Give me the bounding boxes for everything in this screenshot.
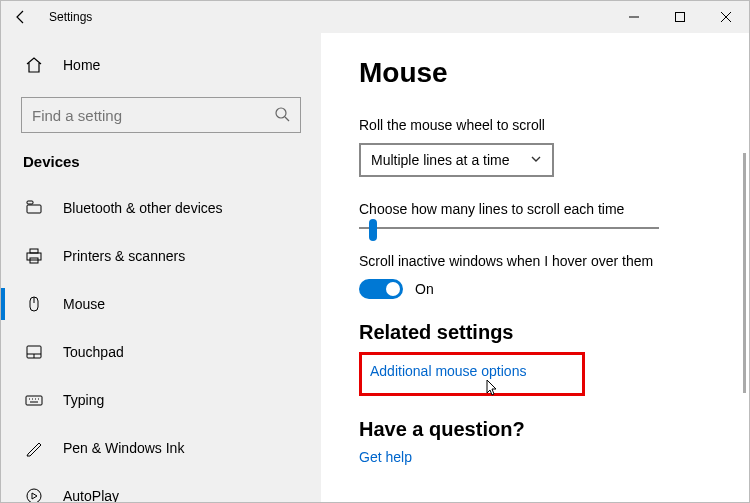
sidebar-item-printers[interactable]: Printers & scanners [1,232,321,280]
chevron-down-icon [530,152,542,168]
svg-point-20 [27,489,41,502]
slider-thumb[interactable] [369,219,377,241]
sidebar-item-label: Typing [63,392,104,408]
scrollbar[interactable] [743,153,746,393]
search-input[interactable] [32,107,264,124]
page-title: Mouse [359,57,749,89]
sidebar-item-label: Mouse [63,296,105,312]
mouse-icon [25,295,43,313]
additional-mouse-options-link[interactable]: Additional mouse options [370,363,526,379]
minimize-button[interactable] [611,1,657,33]
search-box[interactable] [21,97,301,133]
lines-slider[interactable] [359,227,659,229]
close-button[interactable] [703,1,749,33]
highlight-annotation: Additional mouse options [359,352,585,396]
svg-rect-4 [27,205,41,213]
back-button[interactable] [1,1,41,33]
touchpad-icon [25,343,43,361]
inactive-windows-toggle[interactable] [359,279,403,299]
sidebar-item-typing[interactable]: Typing [1,376,321,424]
titlebar: Settings [1,1,749,33]
window-title: Settings [41,10,92,24]
pen-icon [25,439,43,457]
autoplay-icon [25,487,43,502]
maximize-button[interactable] [657,1,703,33]
roll-wheel-dropdown[interactable]: Multiple lines at a time [359,143,554,177]
sidebar-item-bluetooth[interactable]: Bluetooth & other devices [1,184,321,232]
have-question-heading: Have a question? [359,418,749,441]
home-nav[interactable]: Home [1,45,321,85]
keyboard-icon [25,391,43,409]
sidebar-item-autoplay[interactable]: AutoPlay [1,472,321,502]
related-settings-heading: Related settings [359,321,749,344]
inactive-windows-label: Scroll inactive windows when I hover ove… [359,253,749,269]
get-help-link[interactable]: Get help [359,449,412,465]
svg-rect-6 [27,253,41,260]
bluetooth-icon [25,199,43,217]
lines-scroll-label: Choose how many lines to scroll each tim… [359,201,749,217]
svg-rect-5 [27,201,33,204]
toggle-state: On [415,281,434,297]
dropdown-value: Multiple lines at a time [371,152,510,168]
sidebar-item-label: AutoPlay [63,488,119,502]
sidebar-item-pen[interactable]: Pen & Windows Ink [1,424,321,472]
svg-rect-7 [30,249,38,253]
sidebar: Home Devices Bluetooth & other devices P… [1,33,321,502]
svg-line-3 [285,117,289,121]
cursor-icon [486,379,500,400]
main-panel: Mouse Roll the mouse wheel to scroll Mul… [321,33,749,502]
category-header: Devices [1,149,321,184]
sidebar-item-mouse[interactable]: Mouse [1,280,321,328]
sidebar-item-touchpad[interactable]: Touchpad [1,328,321,376]
home-icon [25,56,43,74]
svg-rect-14 [26,396,42,405]
search-icon [274,106,290,125]
sidebar-item-label: Touchpad [63,344,124,360]
window-controls [611,1,749,33]
home-label: Home [63,57,100,73]
roll-wheel-label: Roll the mouse wheel to scroll [359,117,749,133]
svg-point-2 [276,108,286,118]
sidebar-item-label: Printers & scanners [63,248,185,264]
sidebar-item-label: Pen & Windows Ink [63,440,184,456]
sidebar-item-label: Bluetooth & other devices [63,200,223,216]
printer-icon [25,247,43,265]
svg-rect-1 [676,13,685,22]
